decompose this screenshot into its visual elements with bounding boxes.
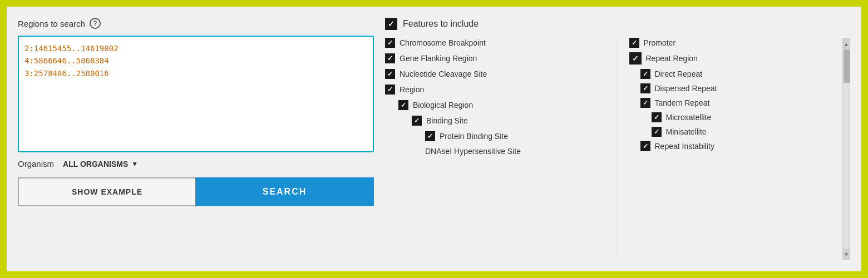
- checkbox-chromosome-breakpoint[interactable]: [385, 38, 395, 48]
- feature-dispersed-repeat: Dispersed Repeat: [629, 83, 851, 93]
- scrollbar[interactable]: ▲ ▼: [842, 38, 850, 260]
- scrollbar-down-button[interactable]: ▼: [843, 249, 850, 260]
- label-gene-flanking-region: Gene Flanking Region: [400, 54, 477, 63]
- organism-dropdown-arrow: ▼: [131, 160, 138, 168]
- organism-label: Organism: [18, 159, 54, 168]
- label-nucleotide-cleavage-site: Nucleotide Cleavage Site: [400, 70, 487, 78]
- left-panel: Regions to search ? 2:14615455..14619002…: [18, 18, 374, 260]
- regions-label-row: Regions to search ?: [18, 18, 374, 29]
- buttons-row: SHOW EXAMPLE SEARCH: [18, 177, 374, 206]
- help-icon[interactable]: ?: [90, 18, 101, 29]
- feature-binding-site: Binding Site: [385, 116, 606, 126]
- checkbox-dispersed-repeat[interactable]: [640, 83, 650, 93]
- checkbox-binding-site[interactable]: [412, 116, 422, 126]
- label-minisatellite: Minisatellite: [666, 127, 707, 136]
- main-container: Regions to search ? 2:14615455..14619002…: [6, 6, 862, 272]
- label-dnasel-hypersensitive-site: DNAseI Hypersensitive Site: [425, 147, 521, 156]
- organism-value: ALL ORGANISMS: [63, 160, 128, 168]
- label-direct-repeat: Direct Repeat: [655, 70, 703, 78]
- feature-tandem-repeat: Tandem Repeat: [629, 98, 851, 108]
- label-region: Region: [400, 85, 424, 94]
- regions-textarea[interactable]: 2:14615455..14619002 4:5866646..5868384 …: [18, 36, 374, 152]
- checkbox-minisatellite[interactable]: [652, 127, 662, 137]
- feature-gene-flanking-region: Gene Flanking Region: [385, 53, 606, 63]
- feature-microsatellite: Microsatellite: [629, 112, 851, 122]
- checkbox-direct-repeat[interactable]: [640, 69, 650, 79]
- features-title: Features to include: [403, 19, 479, 29]
- organism-row: Organism ALL ORGANISMS ▼: [18, 159, 374, 168]
- label-dispersed-repeat: Dispersed Repeat: [655, 84, 717, 93]
- label-microsatellite: Microsatellite: [666, 113, 712, 122]
- label-protein-binding-site: Protein Binding Site: [440, 132, 508, 141]
- checkbox-promoter[interactable]: [629, 38, 639, 48]
- label-binding-site: Binding Site: [426, 116, 468, 125]
- label-promoter: Promoter: [644, 38, 676, 47]
- right-panel: Features to include Chromosome Breakpoin…: [385, 18, 850, 260]
- feature-biological-region: Biological Region: [385, 100, 606, 110]
- feature-nucleotide-cleavage-site: Nucleotide Cleavage Site: [385, 69, 606, 79]
- features-right-column: Promoter Repeat Region Direct Repeat Dis…: [618, 38, 851, 260]
- features-left-column: Chromosome Breakpoint Gene Flanking Regi…: [385, 38, 618, 260]
- organism-select[interactable]: ALL ORGANISMS ▼: [63, 160, 138, 168]
- checkbox-biological-region[interactable]: [398, 100, 408, 110]
- checkbox-region[interactable]: [385, 85, 395, 95]
- feature-minisatellite: Minisatellite: [629, 127, 851, 137]
- label-biological-region: Biological Region: [413, 101, 473, 110]
- checkbox-protein-binding-site[interactable]: [425, 131, 435, 141]
- feature-repeat-region: Repeat Region: [629, 52, 851, 64]
- checkbox-repeat-region[interactable]: [629, 52, 642, 64]
- scrollbar-up-button[interactable]: ▲: [843, 38, 850, 49]
- checkbox-nucleotide-cleavage-site[interactable]: [385, 69, 395, 79]
- feature-promoter: Promoter: [629, 38, 851, 48]
- checkbox-tandem-repeat[interactable]: [640, 98, 650, 108]
- label-tandem-repeat: Tandem Repeat: [655, 98, 710, 107]
- search-button[interactable]: SEARCH: [195, 177, 374, 206]
- feature-protein-binding-site: Protein Binding Site: [385, 131, 606, 141]
- features-columns: Chromosome Breakpoint Gene Flanking Regi…: [385, 38, 850, 260]
- regions-label: Regions to search: [18, 19, 85, 28]
- feature-chromosome-breakpoint: Chromosome Breakpoint: [385, 38, 606, 48]
- label-repeat-instability: Repeat Instability: [655, 142, 714, 151]
- show-example-button[interactable]: SHOW EXAMPLE: [18, 177, 195, 206]
- feature-direct-repeat: Direct Repeat: [629, 69, 851, 79]
- scrollbar-thumb[interactable]: [844, 49, 850, 83]
- label-repeat-region: Repeat Region: [646, 54, 698, 63]
- feature-dnasel-hypersensitive-site: DNAseI Hypersensitive Site: [385, 147, 606, 156]
- checkbox-microsatellite[interactable]: [652, 112, 662, 122]
- checkbox-gene-flanking-region[interactable]: [385, 53, 395, 63]
- features-include-checkbox[interactable]: [385, 18, 397, 30]
- label-chromosome-breakpoint: Chromosome Breakpoint: [400, 38, 486, 47]
- checkbox-repeat-instability[interactable]: [640, 141, 650, 151]
- features-header: Features to include: [385, 18, 850, 30]
- feature-region: Region: [385, 85, 606, 95]
- feature-repeat-instability: Repeat Instability: [629, 141, 851, 151]
